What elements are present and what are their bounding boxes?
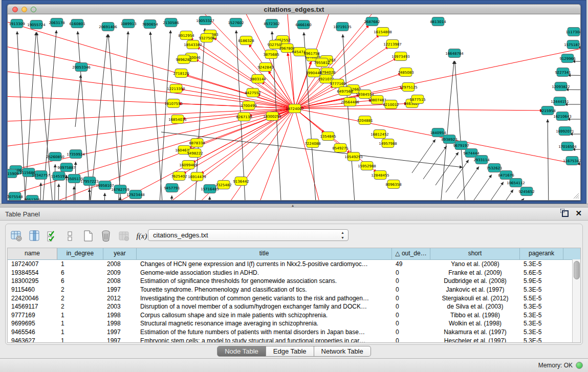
column-header-short[interactable]: short bbox=[430, 248, 520, 259]
table-row[interactable]: 1830029562008Estimation of significance … bbox=[8, 277, 580, 286]
column-visibility-icon[interactable] bbox=[28, 229, 41, 243]
black-citation-edge[interactable] bbox=[412, 139, 435, 173]
graph-node[interactable]: 6160801 bbox=[69, 19, 85, 28]
panel-divider[interactable]: ▴ bbox=[0, 204, 588, 208]
graph-node[interactable]: 17359924 bbox=[67, 150, 85, 159]
black-citation-edge[interactable] bbox=[565, 90, 581, 90]
graph-node[interactable]: 5498222 bbox=[187, 149, 203, 158]
import-table-icon[interactable] bbox=[117, 229, 130, 243]
graph-node[interactable]: 1877515 bbox=[409, 95, 425, 104]
graph-node[interactable]: 10053327 bbox=[196, 16, 214, 25]
graph-node[interactable]: 8096358 bbox=[385, 180, 401, 189]
graph-node[interactable]: 1354845 bbox=[320, 132, 336, 141]
float-panel-icon[interactable] bbox=[562, 210, 569, 217]
memory-status-icon[interactable] bbox=[576, 362, 583, 369]
graph-node[interactable]: 12213393 bbox=[167, 84, 185, 93]
graph-node[interactable]: 7955812 bbox=[314, 58, 330, 67]
network-window-titlebar[interactable]: citations_edges.txt bbox=[7, 4, 581, 14]
graph-node[interactable]: 9457791 bbox=[164, 184, 180, 192]
black-citation-edge[interactable] bbox=[548, 119, 549, 201]
graph-node[interactable]: 2933114 bbox=[473, 156, 490, 164]
graph-node[interactable]: 8267130 bbox=[236, 113, 252, 121]
graph-node[interactable]: 8572302 bbox=[264, 19, 279, 28]
tab-network-table[interactable]: Network Table bbox=[314, 346, 371, 357]
column-header-name[interactable]: name bbox=[8, 248, 57, 259]
graph-node[interactable]: 90975887 bbox=[57, 163, 76, 172]
graph-node[interactable]: 8471676 bbox=[498, 171, 514, 180]
black-citation-edge[interactable] bbox=[455, 61, 469, 201]
graph-node[interactable]: 16648784 bbox=[445, 49, 464, 58]
citation-graph[interactable]: 8912954222608393275061854338281863285462… bbox=[8, 14, 581, 201]
column-header-pagerank[interactable]: pagerank bbox=[520, 248, 563, 259]
black-citation-edge[interactable] bbox=[568, 75, 581, 76]
graph-node[interactable]: 9896282 bbox=[176, 55, 191, 64]
graph-node[interactable]: 8186328 bbox=[238, 36, 254, 45]
graph-node[interactable]: 6466160 bbox=[295, 20, 311, 29]
graph-node[interactable]: 16099469 bbox=[179, 161, 198, 169]
red-citation-edge[interactable] bbox=[295, 108, 344, 201]
delete-table-icon[interactable] bbox=[99, 229, 113, 243]
black-citation-edge[interactable] bbox=[75, 75, 81, 127]
graph-node[interactable]: 14957988 bbox=[379, 139, 397, 148]
graph-node[interactable]: 1089913 bbox=[120, 19, 136, 28]
black-citation-edge[interactable] bbox=[446, 160, 469, 192]
graph-node[interactable]: 15751874 bbox=[564, 40, 581, 49]
graph-node[interactable]: 9777169 bbox=[330, 79, 345, 88]
red-citation-edge[interactable] bbox=[181, 89, 295, 108]
graph-node[interactable]: 9075548 bbox=[8, 192, 23, 201]
table-row[interactable]: 2242004622012Investigating the contribut… bbox=[8, 294, 580, 302]
table-row[interactable]: 1938455462009Genome-wide association stu… bbox=[8, 269, 580, 277]
table-row[interactable]: 977716911998Corpus callosum shape and si… bbox=[8, 311, 580, 320]
table-row[interactable]: 946554611997Estimation of the future num… bbox=[8, 328, 580, 337]
graph-node[interactable]: 8549275 bbox=[332, 144, 348, 152]
graph-node[interactable]: 6961758 bbox=[303, 49, 319, 58]
graph-node[interactable]: 6497568 bbox=[337, 87, 353, 96]
red-citation-edge[interactable] bbox=[295, 108, 543, 111]
graph-node[interactable]: 15952988 bbox=[358, 162, 376, 170]
tab-edge-table[interactable]: Edge Table bbox=[266, 346, 314, 357]
graph-node[interactable]: 8813014 bbox=[430, 17, 446, 26]
graph-node[interactable]: 7485083 bbox=[398, 68, 413, 77]
graph-node[interactable]: 12975125 bbox=[399, 83, 418, 92]
graph-node[interactable]: 2130586 bbox=[163, 18, 179, 27]
divider-handle-icon[interactable]: ▴ bbox=[292, 203, 294, 208]
graph-node[interactable]: 19055724 bbox=[27, 20, 46, 29]
graph-node[interactable]: 2718126 bbox=[173, 69, 189, 78]
black-citation-edge[interactable] bbox=[54, 164, 55, 201]
graph-node[interactable]: 8912954 bbox=[178, 31, 194, 40]
graph-node[interactable]: 18543382 bbox=[184, 40, 202, 49]
graph-node[interactable]: 9215958 bbox=[539, 106, 555, 115]
graph-node[interactable]: 9327506 bbox=[199, 34, 215, 42]
red-citation-edge[interactable] bbox=[295, 108, 581, 177]
table-row[interactable]: 1872400712008Changes of HCN gene express… bbox=[8, 260, 580, 269]
column-header-year[interactable]: year bbox=[103, 248, 137, 259]
new-table-icon[interactable] bbox=[81, 229, 95, 243]
black-citation-edge[interactable] bbox=[73, 186, 74, 201]
black-citation-edge[interactable] bbox=[208, 196, 210, 201]
scrollbar-thumb[interactable] bbox=[574, 261, 580, 279]
graph-node[interactable]: 10719135 bbox=[333, 23, 352, 31]
select-all-icon[interactable] bbox=[46, 229, 59, 243]
graph-node[interactable]: 1700499 bbox=[241, 101, 256, 110]
graph-node[interactable]: 12213987 bbox=[383, 40, 402, 49]
black-citation-edge[interactable] bbox=[161, 132, 463, 167]
graph-node[interactable]: 10654112 bbox=[507, 179, 525, 187]
graph-node[interactable]: 9245652 bbox=[518, 187, 534, 196]
graph-node[interactable]: 16154808 bbox=[374, 28, 392, 36]
graph-node[interactable]: 16812452 bbox=[371, 130, 389, 139]
graph-node[interactable]: 2803144 bbox=[250, 75, 266, 83]
close-panel-icon[interactable]: ✕ bbox=[575, 209, 582, 218]
graph-node[interactable]: 25260850 bbox=[46, 152, 64, 161]
graph-node[interactable]: 16854035 bbox=[168, 115, 187, 124]
graph-node[interactable]: 7625402 bbox=[171, 172, 187, 181]
graph-node[interactable]: 2063178 bbox=[49, 18, 64, 27]
black-citation-edge[interactable] bbox=[170, 195, 172, 201]
table-row[interactable]: 946362711997Embryonic stem cells: a mode… bbox=[8, 336, 580, 342]
table-row[interactable]: 1456911722003Disruption of a novel membe… bbox=[8, 302, 580, 311]
graph-node[interactable]: 1117304 bbox=[565, 28, 581, 36]
red-citation-edge[interactable] bbox=[197, 47, 295, 108]
graph-node[interactable]: 9129966 bbox=[559, 54, 576, 63]
resize-grip-icon[interactable] bbox=[571, 191, 579, 199]
graph-node[interactable]: 2687682 bbox=[364, 17, 380, 26]
black-citation-edge[interactable] bbox=[503, 198, 524, 201]
